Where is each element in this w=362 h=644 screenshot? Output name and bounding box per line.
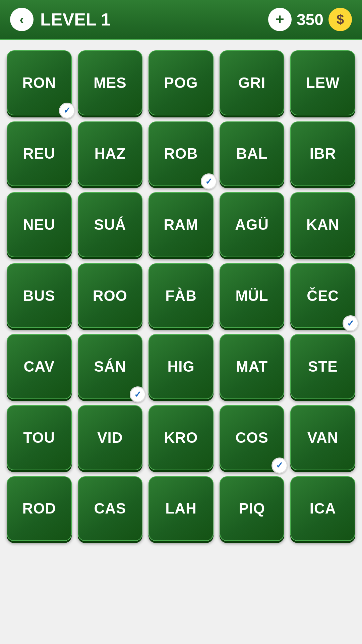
checkmark-cos: ✓ (272, 458, 288, 474)
level-title: LEVEL 1 (40, 9, 111, 30)
checkmark-icon-ron: ✓ (63, 105, 71, 116)
tile-text-ste: STE (308, 358, 338, 375)
tile-text-bus: BUS (23, 287, 55, 304)
tile-gri[interactable]: GRI (220, 50, 285, 115)
tile-vid[interactable]: VID (78, 405, 143, 470)
tile-text-kro: KRO (164, 429, 198, 446)
tile-text-pog: POG (164, 74, 198, 91)
tile-rod[interactable]: ROD (7, 476, 72, 541)
tile-lew[interactable]: LEW (290, 50, 355, 115)
tile-pog[interactable]: POG (148, 50, 214, 115)
tile-text-cec: ČEC (307, 287, 339, 304)
checkmark-icon-cos: ✓ (276, 460, 283, 471)
tile-ram[interactable]: RAM (148, 192, 214, 257)
tile-reu[interactable]: REU (7, 121, 72, 186)
tile-bal[interactable]: BAL (220, 121, 285, 186)
tile-tou[interactable]: TOU (7, 405, 72, 470)
tile-text-mes: MES (94, 74, 126, 91)
tile-mat[interactable]: MAT (220, 334, 285, 399)
tile-text-fab: FÀB (165, 287, 196, 304)
tiles-grid: RON✓MESPOGGRILEWREUHAZROB✓BALIBRNEUSUÁRA… (7, 50, 355, 541)
checkmark-icon-cec: ✓ (347, 318, 354, 329)
checkmark-ron: ✓ (59, 103, 75, 119)
tile-text-san: SÁN (94, 358, 126, 375)
tile-text-mat: MAT (236, 358, 268, 375)
tile-fab[interactable]: FÀB (148, 263, 214, 328)
tile-piq[interactable]: PIQ (220, 476, 285, 541)
tile-cec[interactable]: ČEC✓ (290, 263, 355, 328)
add-coins-button[interactable]: + (268, 8, 292, 31)
tile-cas[interactable]: CAS (78, 476, 143, 541)
tile-text-ica: ICA (310, 500, 336, 517)
tile-text-tou: TOU (23, 429, 55, 446)
tile-text-cas: CAS (94, 500, 126, 517)
tile-kro[interactable]: KRO (148, 405, 214, 470)
header-left: ‹ LEVEL 1 (10, 8, 111, 31)
header: ‹ LEVEL 1 + 350 $ (0, 0, 362, 40)
tile-neu[interactable]: NEU (7, 192, 72, 257)
tile-text-ibr: IBR (310, 145, 336, 162)
dollar-sign: $ (337, 12, 344, 27)
tile-text-rod: ROD (22, 500, 56, 517)
tile-text-piq: PIQ (239, 500, 265, 517)
tile-ibr[interactable]: IBR (290, 121, 355, 186)
tile-mes[interactable]: MES (78, 50, 143, 115)
tile-lah[interactable]: LAH (148, 476, 214, 541)
back-arrow-icon: ‹ (19, 13, 24, 26)
tile-rob[interactable]: ROB✓ (148, 121, 214, 186)
tile-text-ron: RON (22, 74, 56, 91)
tile-van[interactable]: VAN (290, 405, 355, 470)
coin-icon: $ (328, 8, 352, 31)
tile-agu[interactable]: AGÜ (220, 192, 285, 257)
tile-kan[interactable]: KAN (290, 192, 355, 257)
tile-text-ram: RAM (164, 216, 198, 233)
tile-cav[interactable]: CAV (7, 334, 72, 399)
tile-text-mul: MÜL (235, 287, 268, 304)
tile-haz[interactable]: HAZ (78, 121, 143, 186)
tile-ron[interactable]: RON✓ (7, 50, 72, 115)
checkmark-cec: ✓ (343, 315, 359, 331)
tile-text-neu: NEU (23, 216, 55, 233)
tile-text-van: VAN (307, 429, 339, 446)
tile-text-haz: HAZ (95, 145, 126, 162)
plus-icon: + (276, 11, 284, 28)
tile-sua[interactable]: SUÁ (78, 192, 143, 257)
checkmark-icon-san: ✓ (134, 389, 141, 400)
tile-text-gri: GRI (238, 74, 265, 91)
checkmark-san: ✓ (130, 386, 146, 402)
main-content: RON✓MESPOGGRILEWREUHAZROB✓BALIBRNEUSUÁRA… (0, 40, 362, 644)
tile-roo[interactable]: ROO (78, 263, 143, 328)
tile-hig[interactable]: HIG (148, 334, 214, 399)
tile-text-rob: ROB (164, 145, 198, 162)
coin-count: 350 (297, 10, 323, 29)
tile-text-sua: SUÁ (94, 216, 126, 233)
checkmark-rob: ✓ (201, 173, 217, 190)
tile-ste[interactable]: STE (290, 334, 355, 399)
tile-text-vid: VID (97, 429, 123, 446)
tile-text-lah: LAH (165, 500, 196, 517)
tile-text-lew: LEW (306, 74, 340, 91)
tile-mul[interactable]: MÜL (220, 263, 285, 328)
tile-text-roo: ROO (93, 287, 127, 304)
tile-cos[interactable]: COS✓ (220, 405, 285, 470)
tile-bus[interactable]: BUS (7, 263, 72, 328)
checkmark-icon-rob: ✓ (205, 176, 213, 187)
back-button[interactable]: ‹ (10, 8, 34, 31)
tile-text-cav: CAV (23, 358, 55, 375)
tile-text-agu: AGÜ (235, 216, 269, 233)
header-right: + 350 $ (268, 8, 352, 31)
tile-text-bal: BAL (236, 145, 267, 162)
tile-ica[interactable]: ICA (290, 476, 355, 541)
tile-text-hig: HIG (167, 358, 194, 375)
tile-text-cos: COS (235, 429, 268, 446)
tile-text-kan: KAN (306, 216, 339, 233)
tile-text-reu: REU (23, 145, 55, 162)
tile-san[interactable]: SÁN✓ (78, 334, 143, 399)
